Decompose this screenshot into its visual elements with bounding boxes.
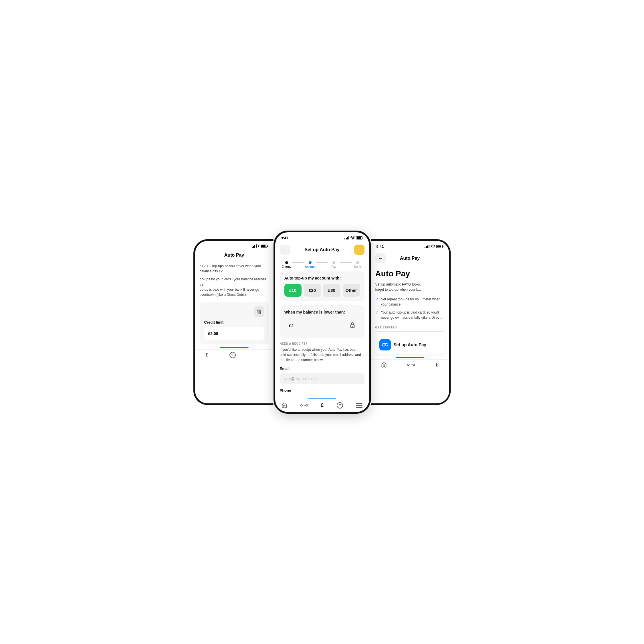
screens-container: ▾ Auto Pay c PAYG top-ups so you never w… — [171, 231, 474, 414]
bottom-nav-usage-right[interactable] — [407, 362, 415, 367]
lock-icon — [350, 322, 355, 330]
check-text-2: Your auto top-up is paid card, so you'll… — [381, 310, 445, 320]
setup-auto-pay-button[interactable]: Set up Auto Pay — [375, 335, 445, 354]
svg-point-9 — [304, 405, 304, 406]
battery-center — [356, 236, 363, 239]
left-text-1: c PAYG top-ups so you never when your ba… — [200, 263, 269, 274]
email-input[interactable] — [280, 373, 364, 384]
balance-card-title: When my balance is lower than: — [284, 310, 360, 314]
step-label-energy: Energy — [282, 265, 292, 268]
check-mark-1: ✓ — [375, 297, 379, 302]
setup-btn-text: Set up Auto Pay — [394, 342, 426, 347]
credit-value: £2.00 — [204, 327, 264, 340]
credit-card: Credit limit £2.00 — [200, 302, 269, 344]
status-bar-right: 9:41 — [371, 241, 449, 250]
svg-point-20 — [411, 364, 412, 365]
balance-value: £2 — [289, 323, 294, 328]
bottom-nav-home-right[interactable] — [381, 362, 387, 368]
bottom-nav-payment-right[interactable]: £ — [436, 362, 439, 368]
left-text-3: op-up is paid with your bank ll never go… — [200, 287, 269, 297]
amount-btn-10[interactable]: £10 — [284, 284, 302, 297]
step-dot-done — [356, 261, 359, 264]
svg-point-17 — [408, 364, 409, 366]
connector-1 — [292, 262, 305, 263]
right-content: Auto Pay Set up automatic PAYG top-u...f… — [371, 266, 449, 357]
topup-card-title: Auto top-up my account with: — [284, 276, 360, 280]
bottom-nav-menu-center[interactable] — [356, 403, 362, 408]
step-done: Done — [352, 261, 363, 268]
step-dot-amount — [309, 261, 312, 264]
bottom-nav-usage[interactable] — [300, 403, 308, 408]
right-desc: Set up automatic PAYG top-u...forget to … — [375, 282, 445, 292]
step-dot-pay — [332, 261, 335, 264]
bottom-nav-payment[interactable]: £ — [205, 352, 208, 358]
svg-point-7 — [306, 405, 308, 406]
delete-icon[interactable] — [254, 306, 264, 317]
status-icons-right — [425, 245, 443, 248]
svg-rect-13 — [356, 407, 362, 408]
bottom-nav-payment-center[interactable]: £ — [321, 402, 324, 408]
back-button-center[interactable]: ← — [280, 245, 290, 255]
step-dot-energy — [285, 261, 288, 264]
action-button-center[interactable]: ⚡ — [354, 245, 364, 255]
svg-point-5 — [352, 326, 353, 326]
svg-rect-1 — [257, 355, 263, 355]
status-icons-center — [344, 236, 363, 239]
status-bar-left: ▾ — [195, 241, 274, 250]
svg-point-14 — [433, 247, 433, 248]
bottom-nav-help-center[interactable]: ? — [337, 402, 343, 409]
signal-icon-left — [252, 244, 257, 248]
home-indicator-center — [308, 398, 336, 399]
check-mark-2: ✓ — [375, 310, 379, 315]
amount-btn-other[interactable]: Other — [343, 284, 360, 297]
check-item-2: ✓ Your auto top-up is paid card, so you'… — [375, 310, 445, 320]
topup-card: Auto top-up my account with: £10 £20 £30… — [280, 271, 364, 301]
check-item-1: ✓ Set repeat top-ups for yo... meter whe… — [375, 297, 445, 307]
check-list: ✓ Set repeat top-ups for yo... meter whe… — [375, 297, 445, 320]
email-label: Email — [280, 366, 364, 371]
status-time-center: 9:41 — [281, 236, 288, 240]
bottom-nav-right: £ — [371, 359, 449, 372]
svg-point-3 — [352, 239, 353, 239]
bottom-nav-help[interactable]: ? — [229, 352, 236, 358]
bottom-nav-center: £ ? — [275, 400, 369, 413]
setup-btn-icon — [379, 339, 391, 350]
step-label-amount: Amount — [305, 265, 316, 268]
phone-label: Phone — [280, 388, 364, 393]
home-indicator-left — [220, 347, 249, 348]
receipt-desc: If you'd like a receipt when your Auto P… — [280, 347, 364, 362]
connector-2 — [316, 262, 328, 263]
stepper-center: Energy Amount Pay Done — [275, 258, 369, 268]
balance-row: £2 — [284, 318, 360, 334]
phone-left: ▾ Auto Pay c PAYG top-ups so you never w… — [193, 239, 274, 405]
step-pay: Pay — [328, 261, 340, 268]
left-text-2: op-ups for your PAYG your balance reache… — [200, 277, 269, 287]
nav-bar-right: ← Auto Pay — [371, 250, 449, 266]
left-content: c PAYG top-ups so you never when your ba… — [195, 261, 274, 347]
bottom-nav-home[interactable] — [282, 403, 287, 408]
connector-3 — [340, 262, 352, 263]
wifi-icon-right — [431, 245, 435, 248]
nav-bar-center: ← Set up Auto Pay ⚡ — [275, 242, 369, 258]
amount-buttons: £10 £20 £30 Other — [284, 284, 360, 297]
phone-center: 9:41 ← Set up Auto Pay — [274, 231, 371, 414]
battery-left — [261, 245, 268, 248]
nav-title-center: Set up Auto Pay — [290, 247, 354, 252]
bottom-nav-menu[interactable] — [257, 353, 263, 357]
back-button-right[interactable]: ← — [375, 253, 386, 263]
svg-rect-0 — [257, 353, 263, 353]
credit-limit-label: Credit limit — [204, 320, 264, 324]
svg-rect-2 — [257, 357, 263, 357]
receipt-section: NEED A RECEIPT? If you'd like a receipt … — [280, 342, 364, 393]
amount-btn-20[interactable]: £20 — [304, 284, 321, 297]
status-time-right: 9:41 — [377, 244, 384, 249]
amount-btn-30[interactable]: £30 — [323, 284, 340, 297]
phone-right: 9:41 ← Auto Pay — [371, 239, 451, 405]
nav-title-left: Auto Pay — [223, 253, 246, 258]
bottom-nav-left: £ ? — [195, 349, 274, 363]
step-energy: Energy — [281, 261, 292, 268]
battery-right — [436, 245, 443, 248]
wifi-icon-left: ▾ — [258, 244, 259, 248]
wifi-icon-center — [350, 236, 355, 239]
step-label-pay: Pay — [331, 265, 336, 268]
